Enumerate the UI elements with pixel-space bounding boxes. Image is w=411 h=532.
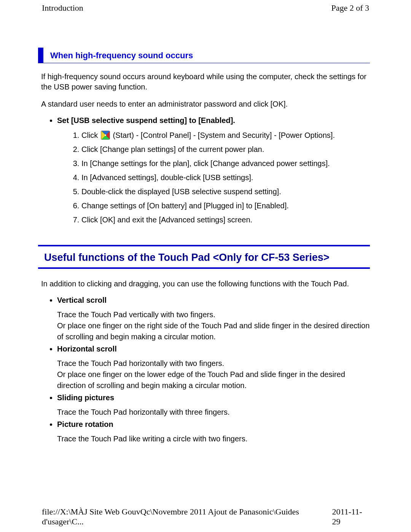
footer-path: file://X:\MÀJ Site Web GouvQc\Novembre 2…	[42, 507, 332, 527]
heading-accent-bar	[38, 48, 43, 63]
step-1: Click (Start) - [Control Panel] - [Syste…	[81, 130, 370, 141]
step-1-text-b: (Start) - [Control Panel] - [System and …	[111, 131, 335, 139]
item-body: Trace the Touch Pad horizontally with th…	[57, 407, 370, 418]
section1-bullet-item: Set [USB selective suspend setting] to […	[57, 116, 370, 225]
section-heading-high-frequency: When high-frequency sound occurs	[38, 48, 370, 63]
windows-start-orb-icon	[101, 131, 110, 140]
heading-rule-bottom	[38, 267, 370, 269]
touchpad-item-picture-rotation: Picture rotation Trace the Touch Pad lik…	[57, 420, 370, 444]
document-page: Introduction Page 2 of 3 When high-frequ…	[0, 0, 411, 532]
step-2: Click [Change plan settings] of the curr…	[81, 144, 370, 155]
touchpad-item-horizontal-scroll: Horizontal scroll Trace the Touch Pad ho…	[57, 345, 370, 391]
page-content: When high-frequency sound occurs If high…	[38, 44, 370, 447]
touchpad-function-list: Vertical scroll Trace the Touch Pad vert…	[46, 296, 370, 444]
step-1-text-a: Click	[81, 131, 100, 139]
header-title: Introduction	[42, 3, 83, 13]
item-title: Sliding pictures	[57, 393, 114, 402]
footer-date: 2011-11-29	[332, 507, 369, 527]
item-body: Trace the Touch Pad like writing a circl…	[57, 433, 370, 444]
bullet-heading: Set [USB selective suspend setting] to […	[57, 116, 235, 125]
step-4: In [Advanced settings], double-click [US…	[81, 173, 370, 183]
section2-title: Useful functions of the Touch Pad <Only …	[38, 246, 370, 267]
item-title: Vertical scroll	[57, 296, 107, 304]
section1-bullet-list: Set [USB selective suspend setting] to […	[46, 116, 370, 225]
steps-list: Click (Start) - [Control Panel] - [Syste…	[72, 130, 370, 225]
step-6: Change settings of [On battery] and [Plu…	[81, 201, 370, 211]
item-title: Horizontal scroll	[57, 345, 117, 353]
header-page-indicator: Page 2 of 3	[331, 3, 369, 13]
touchpad-item-vertical-scroll: Vertical scroll Trace the Touch Pad vert…	[57, 296, 370, 342]
heading-text: When high-frequency sound occurs	[50, 48, 193, 63]
touchpad-item-sliding-pictures: Sliding pictures Trace the Touch Pad hor…	[57, 393, 370, 418]
item-title: Picture rotation	[57, 420, 113, 428]
section1-para2: A standard user needs to enter an admini…	[41, 99, 370, 109]
section-heading-touchpad: Useful functions of the Touch Pad <Only …	[38, 245, 370, 269]
section2-intro: In addition to clicking and dragging, yo…	[41, 279, 370, 289]
step-3: In [Change settings for the plan], click…	[81, 158, 370, 169]
page-footer: file://X:\MÀJ Site Web GouvQc\Novembre 2…	[0, 507, 411, 527]
step-7: Click [OK] and exit the [Advanced settin…	[81, 215, 370, 225]
item-body: Trace the Touch Pad horizontally with tw…	[57, 358, 370, 391]
page-header: Introduction Page 2 of 3	[0, 3, 411, 13]
item-body: Trace the Touch Pad vertically with two …	[57, 309, 370, 342]
section1-para1: If high-frequency sound occurs around ke…	[41, 72, 370, 92]
step-5: Double-click the displayed [USB selectiv…	[81, 187, 370, 197]
